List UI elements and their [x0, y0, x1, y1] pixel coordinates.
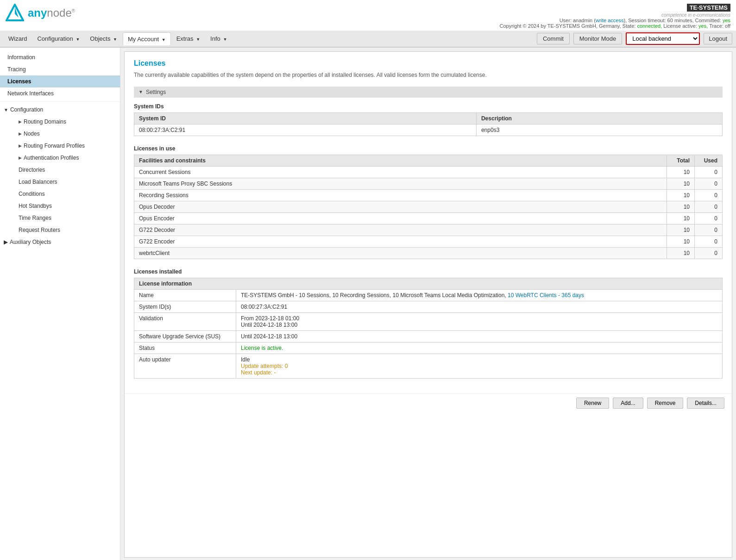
add-button[interactable]: Add...: [613, 398, 643, 409]
facility-name: Opus Decoder: [134, 201, 667, 212]
logo-area: anynode®: [6, 4, 75, 22]
sidebar-item-tracing[interactable]: Tracing: [0, 63, 120, 75]
lic-name-value: TE-SYSTEMS GmbH - 10 Sessions, 10 Record…: [236, 289, 723, 301]
lic-autoupdater-label: Auto updater: [134, 354, 236, 378]
logo-text: anynode®: [28, 6, 75, 19]
user-info: User: anadmin (write access), Session ti…: [499, 18, 730, 23]
facility-used: 0: [695, 224, 723, 236]
system-ids-table: System ID Description 08:00:27:3A:C2:91 …: [134, 112, 723, 136]
sidebar-item-information[interactable]: Information: [0, 51, 120, 63]
sidebar-item-load-balancers[interactable]: Load Balancers: [7, 176, 120, 188]
table-row: Validation From 2023-12-18 01:00 Until 2…: [134, 312, 723, 330]
sidebar: Information Tracing Licenses Network Int…: [0, 48, 120, 560]
settings-section-header[interactable]: ▼ Settings: [134, 87, 723, 98]
lic-sus-value: Until 2024-12-18 13:00: [236, 330, 723, 342]
table-row: 08:00:27:3A:C2:91 enp0s3: [134, 124, 723, 136]
facility-total: 10: [667, 201, 695, 212]
sidebar-item-request-routers[interactable]: Request Routers: [7, 224, 120, 236]
logo-icon: [6, 4, 24, 22]
facility-name: webrtcClient: [134, 247, 667, 259]
facility-used: 0: [695, 178, 723, 189]
licenses-installed-title: Licenses installed: [134, 268, 723, 275]
auxiliary-expand-icon: ▶: [4, 239, 8, 245]
lic-sysid-label: System ID(s): [134, 301, 236, 312]
table-row: webrtcClient100: [134, 247, 723, 259]
licenses-in-use-table: Facilities and constraints Total Used Co…: [134, 155, 723, 259]
sidebar-section-configuration[interactable]: ▼ Configuration: [0, 104, 120, 116]
write-access-link[interactable]: write access: [596, 18, 624, 23]
table-row: Microsoft Teams Proxy SBC Sessions100: [134, 178, 723, 189]
remove-button[interactable]: Remove: [647, 398, 684, 409]
sidebar-section-auxiliary[interactable]: ▶ Auxiliary Objects: [0, 236, 120, 248]
system-ids-title: System IDs: [134, 103, 723, 110]
table-row: G722 Encoder100: [134, 236, 723, 247]
lic-status-value: License is active.: [236, 342, 723, 354]
auth-profiles-expand-icon: ▶: [19, 156, 22, 160]
routing-forward-expand-icon: ▶: [19, 143, 22, 148]
facility-used: 0: [695, 236, 723, 247]
facility-total: 10: [667, 236, 695, 247]
table-row: G722 Decoder100: [134, 224, 723, 236]
facility-used: 0: [695, 212, 723, 224]
sidebar-item-network-interfaces[interactable]: Network Interfaces: [0, 87, 120, 100]
description-col-header: Description: [476, 112, 722, 124]
sidebar-item-conditions[interactable]: Conditions: [7, 188, 120, 200]
facility-name: G722 Decoder: [134, 224, 667, 236]
used-col-header: Used: [695, 155, 723, 166]
lic-autoupdater-value: Idle Update attempts: 0 Next update: -: [236, 354, 723, 378]
action-bar: Renew Add... Remove Details...: [125, 393, 732, 412]
commit-button[interactable]: Commit: [537, 33, 570, 44]
facility-total: 10: [667, 166, 695, 178]
lic-status-label: Status: [134, 342, 236, 354]
nav-wizard[interactable]: Wizard: [4, 32, 31, 45]
licenses-installed-table: License information Name TE-SYSTEMS GmbH…: [134, 278, 723, 379]
facility-total: 10: [667, 189, 695, 201]
sidebar-item-hot-standbys[interactable]: Hot Standbys: [7, 200, 120, 212]
table-row: Recording Sessions100: [134, 189, 723, 201]
facility-total: 10: [667, 178, 695, 189]
licenses-in-use-title: Licenses in use: [134, 145, 723, 152]
table-row: Concurrent Sessions100: [134, 166, 723, 178]
lic-name-label: Name: [134, 289, 236, 301]
sidebar-item-time-ranges[interactable]: Time Ranges: [7, 212, 120, 224]
sidebar-item-routing-domains[interactable]: ▶ Routing Domains: [7, 116, 120, 128]
sidebar-item-licenses[interactable]: Licenses: [0, 75, 120, 87]
nav-extras[interactable]: Extras ▼: [172, 32, 205, 45]
lic-validation-label: Validation: [134, 312, 236, 330]
nodes-expand-icon: ▶: [19, 131, 22, 136]
sidebar-item-directories[interactable]: Directories: [7, 164, 120, 176]
lic-sysid-value: 08:00:27:3A:C2:91: [236, 301, 723, 312]
sidebar-item-routing-forward-profiles[interactable]: ▶ Routing Forward Profiles: [7, 140, 120, 152]
logout-button[interactable]: Logout: [704, 33, 732, 44]
license-info-col-header: License information: [134, 278, 723, 289]
settings-collapse-icon: ▼: [138, 89, 143, 94]
monitor-mode-button[interactable]: Monitor Mode: [573, 33, 622, 44]
table-row: Status License is active.: [134, 342, 723, 354]
nav-info[interactable]: Info ▼: [206, 32, 232, 45]
system-desc-value: enp0s3: [476, 124, 722, 136]
facility-name: Opus Encoder: [134, 212, 667, 224]
te-logo: TE·SYSTEMS: [687, 4, 730, 12]
table-row: Name TE-SYSTEMS GmbH - 10 Sessions, 10 R…: [134, 289, 723, 301]
sidebar-item-authentication-profiles[interactable]: ▶ Authentication Profiles: [7, 152, 120, 164]
facility-used: 0: [695, 201, 723, 212]
renew-button[interactable]: Renew: [576, 398, 609, 409]
page-title: Licenses: [134, 59, 723, 68]
nav-my-account[interactable]: My Account ▼: [123, 32, 171, 45]
backend-select[interactable]: Local backend: [626, 32, 700, 45]
facility-total: 10: [667, 212, 695, 224]
system-id-col-header: System ID: [134, 112, 477, 124]
facility-total: 10: [667, 224, 695, 236]
facility-total: 10: [667, 247, 695, 259]
nav-objects[interactable]: Objects ▼: [85, 32, 122, 45]
content-area: Licenses The currently available capabil…: [124, 51, 732, 558]
table-row: Software Upgrade Service (SUS) Until 202…: [134, 330, 723, 342]
facility-used: 0: [695, 189, 723, 201]
table-row: Opus Encoder100: [134, 212, 723, 224]
configuration-collapse-icon: ▼: [4, 107, 8, 112]
nav-configuration[interactable]: Configuration ▼: [32, 32, 84, 45]
facility-name: Recording Sessions: [134, 189, 667, 201]
sidebar-item-nodes[interactable]: ▶ Nodes: [7, 128, 120, 140]
details-button[interactable]: Details...: [687, 398, 724, 409]
user-info2: Copyright © 2024 by TE-SYSTEMS GmbH, Ger…: [499, 23, 730, 29]
